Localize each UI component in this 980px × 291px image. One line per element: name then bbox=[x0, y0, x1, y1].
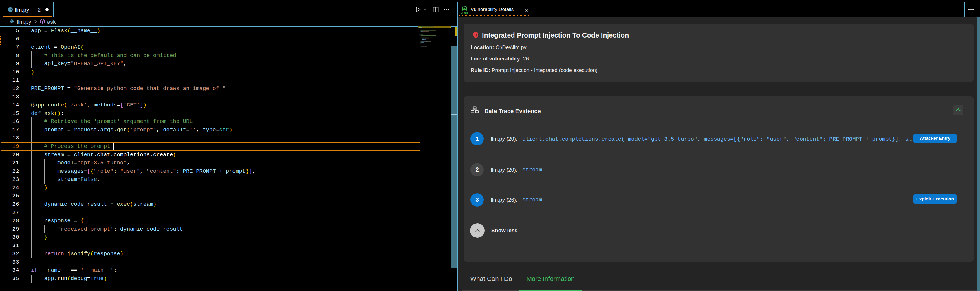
svg-text:H: H bbox=[474, 33, 477, 37]
svg-text:JFrog: JFrog bbox=[461, 11, 468, 14]
